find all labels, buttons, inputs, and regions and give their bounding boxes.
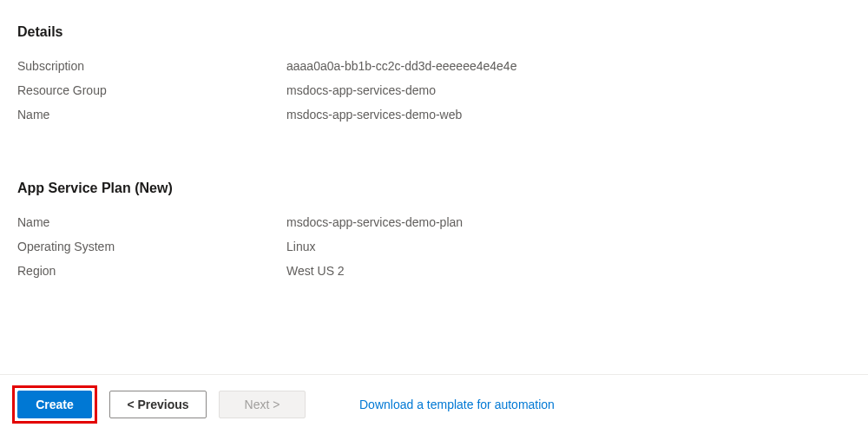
plan-row-os: Operating System Linux bbox=[17, 234, 851, 259]
resource-group-value: msdocs-app-services-demo bbox=[286, 83, 436, 97]
plan-os-value: Linux bbox=[286, 240, 315, 253]
details-row-resource-group: Resource Group msdocs-app-services-demo bbox=[17, 78, 851, 102]
next-button: Next > bbox=[219, 391, 306, 418]
resource-group-label: Resource Group bbox=[17, 83, 286, 97]
plan-region-value: West US 2 bbox=[286, 264, 345, 278]
wizard-footer: Create < Previous Next > Download a temp… bbox=[0, 374, 868, 434]
plan-row-name: Name msdocs-app-services-demo-plan bbox=[17, 210, 851, 234]
plan-name-value: msdocs-app-services-demo-plan bbox=[286, 215, 463, 229]
plan-os-label: Operating System bbox=[17, 240, 286, 253]
details-heading: Details bbox=[17, 24, 851, 40]
app-service-plan-section: App Service Plan (New) Name msdocs-app-s… bbox=[17, 181, 851, 283]
name-label: Name bbox=[17, 108, 286, 122]
create-button-highlight: Create bbox=[12, 385, 97, 424]
subscription-value: aaaa0a0a-bb1b-cc2c-dd3d-eeeeee4e4e4e bbox=[286, 59, 516, 73]
plan-name-label: Name bbox=[17, 215, 286, 229]
previous-button[interactable]: < Previous bbox=[109, 391, 207, 418]
details-row-subscription: Subscription aaaa0a0a-bb1b-cc2c-dd3d-eee… bbox=[17, 54, 851, 78]
create-button[interactable]: Create bbox=[17, 391, 92, 418]
details-row-name: Name msdocs-app-services-demo-web bbox=[17, 102, 851, 127]
plan-region-label: Region bbox=[17, 264, 286, 278]
plan-row-region: Region West US 2 bbox=[17, 259, 851, 283]
app-service-plan-heading: App Service Plan (New) bbox=[17, 181, 851, 196]
details-section: Details Subscription aaaa0a0a-bb1b-cc2c-… bbox=[17, 24, 851, 127]
download-template-link[interactable]: Download a template for automation bbox=[359, 398, 555, 411]
subscription-label: Subscription bbox=[17, 59, 286, 73]
name-value: msdocs-app-services-demo-web bbox=[286, 108, 462, 122]
